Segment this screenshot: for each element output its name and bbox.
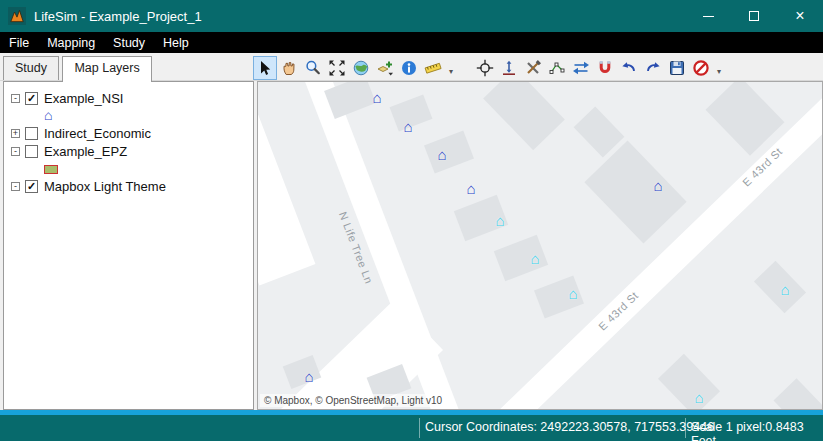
building-footprint — [774, 378, 823, 410]
window-controls: × — [685, 0, 823, 32]
transform-arrows-tool-button[interactable] — [569, 56, 593, 80]
tree-legend-row: ⌂ — [44, 107, 52, 123]
window-title: LifeSim - Example_Project_1 — [34, 9, 685, 24]
structure-marker[interactable]: ⌂ — [466, 181, 475, 196]
structure-marker-alt[interactable]: ⌂ — [568, 286, 577, 301]
menu-bar: File Mapping Study Help — [0, 32, 823, 53]
tree-checkbox[interactable]: ✓ — [25, 92, 38, 105]
maximize-icon — [749, 11, 759, 21]
close-icon: × — [795, 8, 804, 24]
panel-tabs: Study Map Layers — [3, 56, 151, 82]
identify-tool-button[interactable] — [397, 56, 421, 80]
plot-extent-tool-button[interactable] — [473, 56, 497, 80]
menu-mapping[interactable]: Mapping — [38, 34, 104, 52]
toolbar-overflow-icon[interactable]: ▾ — [713, 61, 725, 76]
select-tool-button[interactable] — [253, 56, 277, 80]
tree-row-example-nsi: - ✓ Example_NSI — [4, 90, 253, 107]
structure-marker-alt[interactable]: ⌂ — [694, 390, 703, 405]
structure-marker[interactable]: ⌂ — [304, 369, 313, 384]
tree-item-label[interactable]: Example_NSI — [44, 91, 123, 106]
tree-row-mapbox-light-theme: - ✓ Mapbox Light Theme — [4, 178, 253, 195]
tree-checkbox[interactable]: ✓ — [25, 180, 38, 193]
map-layers-panel: - ✓ Example_NSI ⌂ + Indirect_Economic - … — [3, 81, 254, 410]
status-separator — [685, 418, 686, 438]
structure-point-legend-icon: ⌂ — [44, 108, 52, 122]
snapping-magnet-tool-button[interactable] — [593, 56, 617, 80]
building-footprint — [483, 81, 565, 150]
minimize-button[interactable] — [685, 0, 731, 32]
status-separator — [419, 418, 420, 438]
app-icon — [8, 7, 26, 25]
tab-map-layers[interactable]: Map Layers — [62, 56, 151, 82]
edit-tools-button[interactable] — [521, 56, 545, 80]
align-tool-button[interactable] — [497, 56, 521, 80]
title-bar: LifeSim - Example_Project_1 × — [0, 0, 823, 32]
tree-expander-icon[interactable]: - — [11, 182, 20, 191]
status-bar: Cursor Coordinates: 2492223.30578, 71755… — [0, 415, 823, 441]
menu-study[interactable]: Study — [104, 34, 154, 52]
tree-checkbox[interactable] — [25, 127, 38, 140]
tree-expander-icon[interactable]: - — [11, 147, 20, 156]
structure-marker-alt[interactable]: ⌂ — [780, 282, 789, 297]
cursor-coordinates-readout: Cursor Coordinates: 2492223.30578, 71755… — [425, 420, 714, 434]
structure-marker[interactable]: ⌂ — [372, 90, 381, 105]
street — [257, 81, 315, 285]
structure-marker[interactable]: ⌂ — [653, 178, 662, 193]
menu-help[interactable]: Help — [154, 34, 198, 52]
lifesim-window: LifeSim - Example_Project_1 × File Mappi… — [0, 0, 823, 441]
building-footprint — [494, 235, 548, 281]
tree-item-label[interactable]: Example_EPZ — [44, 144, 127, 159]
structure-marker-alt[interactable]: ⌂ — [495, 213, 504, 228]
tree-legend-row — [44, 161, 58, 177]
measure-tool-button[interactable] — [421, 56, 445, 80]
scale-readout: Scale 1 pixel:0.8483 Feet — [691, 420, 823, 441]
maximize-button[interactable] — [731, 0, 777, 32]
tree-expander-icon[interactable]: - — [11, 94, 20, 103]
minimize-icon — [703, 16, 714, 17]
cancel-tool-button[interactable] — [689, 56, 713, 80]
map-attribution: © Mapbox, © OpenStreetMap, Light v10 — [260, 394, 446, 407]
toolbar-overflow-icon[interactable]: ▾ — [445, 61, 457, 76]
map-view[interactable]: N Life Tree Ln E 43rd St E 43rd St ⌂⌂⌂⌂⌂… — [257, 81, 823, 410]
structure-marker[interactable]: ⌂ — [437, 147, 446, 162]
tree-checkbox[interactable] — [25, 145, 38, 158]
undo-tool-button[interactable] — [617, 56, 641, 80]
building-footprint — [424, 130, 474, 173]
tree-expander-icon[interactable]: + — [11, 129, 20, 138]
zoom-tool-button[interactable] — [301, 56, 325, 80]
tab-study[interactable]: Study — [3, 56, 59, 80]
pan-tool-button[interactable] — [277, 56, 301, 80]
structure-marker-alt[interactable]: ⌂ — [530, 251, 539, 266]
redo-tool-button[interactable] — [641, 56, 665, 80]
edit-vertices-tool-button[interactable] — [545, 56, 569, 80]
zoom-extent-tool-button[interactable] — [325, 56, 349, 80]
polygon-swatch-legend-icon — [44, 165, 58, 174]
building-footprint — [324, 81, 376, 119]
close-button[interactable]: × — [777, 0, 823, 32]
save-tool-button[interactable] — [665, 56, 689, 80]
building-footprint — [584, 141, 686, 244]
structure-marker[interactable]: ⌂ — [403, 119, 412, 134]
tree-item-label[interactable]: Mapbox Light Theme — [44, 179, 166, 194]
tree-row-indirect-economic: + Indirect_Economic — [4, 125, 253, 142]
tree-row-example-epz: - Example_EPZ — [4, 143, 253, 160]
menu-file[interactable]: File — [0, 34, 38, 52]
globe-tool-button[interactable] — [349, 56, 373, 80]
map-toolbar: ▾ ▾ — [253, 55, 725, 81]
tree-item-label[interactable]: Indirect_Economic — [44, 126, 151, 141]
building-footprint — [658, 354, 720, 410]
add-map-layer-button[interactable] — [373, 56, 397, 80]
